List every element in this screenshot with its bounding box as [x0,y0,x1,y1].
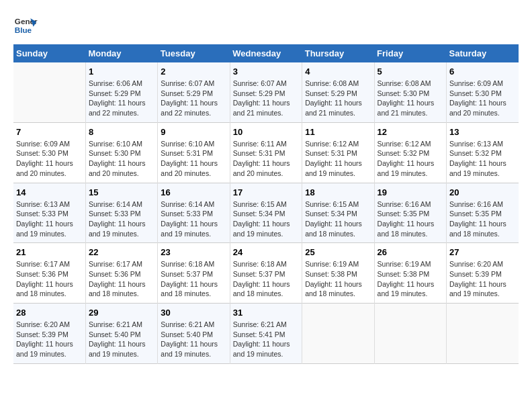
day-info: Sunrise: 6:07 AMSunset: 5:29 PMDaylight:… [233,79,299,118]
day-info: Sunrise: 6:13 AMSunset: 5:33 PMDaylight:… [16,199,83,239]
day-number: 10 [233,127,299,137]
day-info: Sunrise: 6:07 AMSunset: 5:29 PMDaylight:… [161,79,226,118]
day-number: 13 [449,127,516,137]
calendar-day-cell: 24 Sunrise: 6:18 AMSunset: 5:37 PMDaylig… [230,243,302,304]
calendar-day-cell: 2 Sunrise: 6:07 AMSunset: 5:29 PMDayligh… [158,62,230,122]
day-number: 19 [378,187,443,197]
calendar-day-cell: 21 Sunrise: 6:17 AMSunset: 5:36 PMDaylig… [13,243,85,304]
day-number: 14 [16,187,83,197]
day-number: 15 [89,187,154,197]
calendar-day-cell: 31 Sunrise: 6:21 AMSunset: 5:41 PMDaylig… [230,304,302,364]
day-info: Sunrise: 6:17 AMSunset: 5:36 PMDaylight:… [89,259,154,299]
logo-icon: General Blue [13,13,38,38]
weekday-header-cell: Tuesday [158,44,230,62]
day-number: 31 [233,308,299,318]
weekday-header-cell: Wednesday [230,44,302,62]
day-number: 7 [16,127,83,137]
day-number: 12 [378,127,443,137]
weekday-header-cell: Saturday [447,44,519,62]
calendar-day-cell [447,304,519,364]
calendar-day-cell: 6 Sunrise: 6:09 AMSunset: 5:30 PMDayligh… [447,62,519,122]
calendar-day-cell: 28 Sunrise: 6:20 AMSunset: 5:39 PMDaylig… [13,304,85,364]
day-info: Sunrise: 6:09 AMSunset: 5:30 PMDaylight:… [449,79,516,118]
day-number: 1 [89,66,154,77]
calendar-week-row: 14 Sunrise: 6:13 AMSunset: 5:33 PMDaylig… [13,183,519,243]
calendar-day-cell: 17 Sunrise: 6:15 AMSunset: 5:34 PMDaylig… [230,183,302,243]
day-number: 18 [305,187,371,197]
calendar-header: SundayMondayTuesdayWednesdayThursdayFrid… [13,44,519,62]
calendar-day-cell: 1 Sunrise: 6:06 AMSunset: 5:29 PMDayligh… [85,62,157,122]
day-number: 24 [233,247,299,257]
weekday-header-cell: Friday [374,44,446,62]
day-info: Sunrise: 6:18 AMSunset: 5:37 PMDaylight:… [161,259,226,299]
calendar-day-cell: 23 Sunrise: 6:18 AMSunset: 5:37 PMDaylig… [158,243,230,304]
calendar-week-row: 21 Sunrise: 6:17 AMSunset: 5:36 PMDaylig… [13,243,519,304]
calendar-day-cell: 30 Sunrise: 6:21 AMSunset: 5:40 PMDaylig… [158,304,230,364]
day-info: Sunrise: 6:06 AMSunset: 5:29 PMDaylight:… [89,79,154,118]
calendar-day-cell: 25 Sunrise: 6:19 AMSunset: 5:38 PMDaylig… [302,243,374,304]
day-number: 23 [161,247,226,257]
calendar-day-cell: 20 Sunrise: 6:16 AMSunset: 5:35 PMDaylig… [447,183,519,243]
calendar-week-row: 28 Sunrise: 6:20 AMSunset: 5:39 PMDaylig… [13,304,519,364]
day-number: 30 [161,308,226,318]
weekday-header-cell: Sunday [13,44,85,62]
day-info: Sunrise: 6:12 AMSunset: 5:32 PMDaylight:… [378,139,443,179]
calendar-day-cell: 4 Sunrise: 6:08 AMSunset: 5:29 PMDayligh… [302,62,374,122]
day-info: Sunrise: 6:16 AMSunset: 5:35 PMDaylight:… [449,199,516,239]
calendar-day-cell: 22 Sunrise: 6:17 AMSunset: 5:36 PMDaylig… [85,243,157,304]
day-number: 3 [233,66,299,77]
calendar-day-cell: 15 Sunrise: 6:14 AMSunset: 5:33 PMDaylig… [85,183,157,243]
calendar-day-cell: 16 Sunrise: 6:14 AMSunset: 5:33 PMDaylig… [158,183,230,243]
weekday-header-cell: Monday [85,44,157,62]
day-number: 25 [305,247,371,257]
calendar-day-cell: 8 Sunrise: 6:10 AMSunset: 5:30 PMDayligh… [85,122,157,183]
day-number: 9 [161,127,226,137]
day-info: Sunrise: 6:10 AMSunset: 5:31 PMDaylight:… [161,139,226,179]
day-number: 20 [449,187,516,197]
day-number: 28 [16,308,83,318]
day-number: 22 [89,247,154,257]
day-number: 5 [378,66,443,77]
calendar-day-cell: 5 Sunrise: 6:08 AMSunset: 5:30 PMDayligh… [374,62,446,122]
day-info: Sunrise: 6:16 AMSunset: 5:35 PMDaylight:… [378,199,443,239]
day-info: Sunrise: 6:09 AMSunset: 5:30 PMDaylight:… [16,139,83,179]
calendar-day-cell: 12 Sunrise: 6:12 AMSunset: 5:32 PMDaylig… [374,122,446,183]
day-info: Sunrise: 6:17 AMSunset: 5:36 PMDaylight:… [16,259,83,299]
calendar-day-cell: 18 Sunrise: 6:15 AMSunset: 5:34 PMDaylig… [302,183,374,243]
svg-text:Blue: Blue [15,26,32,34]
calendar-day-cell: 7 Sunrise: 6:09 AMSunset: 5:30 PMDayligh… [13,122,85,183]
day-info: Sunrise: 6:12 AMSunset: 5:31 PMDaylight:… [305,139,371,179]
calendar-day-cell: 3 Sunrise: 6:07 AMSunset: 5:29 PMDayligh… [230,62,302,122]
calendar-day-cell: 9 Sunrise: 6:10 AMSunset: 5:31 PMDayligh… [158,122,230,183]
day-number: 8 [89,127,154,137]
weekday-header-row: SundayMondayTuesdayWednesdayThursdayFrid… [13,44,519,62]
day-info: Sunrise: 6:15 AMSunset: 5:34 PMDaylight:… [233,199,299,239]
day-number: 17 [233,187,299,197]
day-info: Sunrise: 6:19 AMSunset: 5:38 PMDaylight:… [378,259,443,299]
calendar-day-cell: 11 Sunrise: 6:12 AMSunset: 5:31 PMDaylig… [302,122,374,183]
weekday-header-cell: Thursday [302,44,374,62]
day-number: 6 [449,66,516,77]
day-info: Sunrise: 6:15 AMSunset: 5:34 PMDaylight:… [305,199,371,239]
calendar-table: SundayMondayTuesdayWednesdayThursdayFrid… [13,44,519,364]
day-info: Sunrise: 6:13 AMSunset: 5:32 PMDaylight:… [449,139,516,179]
calendar-day-cell: 10 Sunrise: 6:11 AMSunset: 5:31 PMDaylig… [230,122,302,183]
calendar-body: 1 Sunrise: 6:06 AMSunset: 5:29 PMDayligh… [13,62,519,363]
calendar-day-cell [13,62,85,122]
day-info: Sunrise: 6:21 AMSunset: 5:41 PMDaylight:… [233,320,299,359]
day-number: 21 [16,247,83,257]
day-info: Sunrise: 6:11 AMSunset: 5:31 PMDaylight:… [233,139,299,179]
header: General Blue [13,13,519,38]
day-number: 11 [305,127,371,137]
day-number: 2 [161,66,226,77]
calendar-day-cell: 13 Sunrise: 6:13 AMSunset: 5:32 PMDaylig… [447,122,519,183]
day-info: Sunrise: 6:19 AMSunset: 5:38 PMDaylight:… [305,259,371,299]
day-number: 16 [161,187,226,197]
calendar-day-cell [374,304,446,364]
logo: General Blue [13,13,38,38]
calendar-day-cell: 27 Sunrise: 6:20 AMSunset: 5:39 PMDaylig… [447,243,519,304]
day-info: Sunrise: 6:08 AMSunset: 5:30 PMDaylight:… [378,79,443,118]
calendar-day-cell: 26 Sunrise: 6:19 AMSunset: 5:38 PMDaylig… [374,243,446,304]
day-info: Sunrise: 6:10 AMSunset: 5:30 PMDaylight:… [89,139,154,179]
day-info: Sunrise: 6:14 AMSunset: 5:33 PMDaylight:… [89,199,154,239]
